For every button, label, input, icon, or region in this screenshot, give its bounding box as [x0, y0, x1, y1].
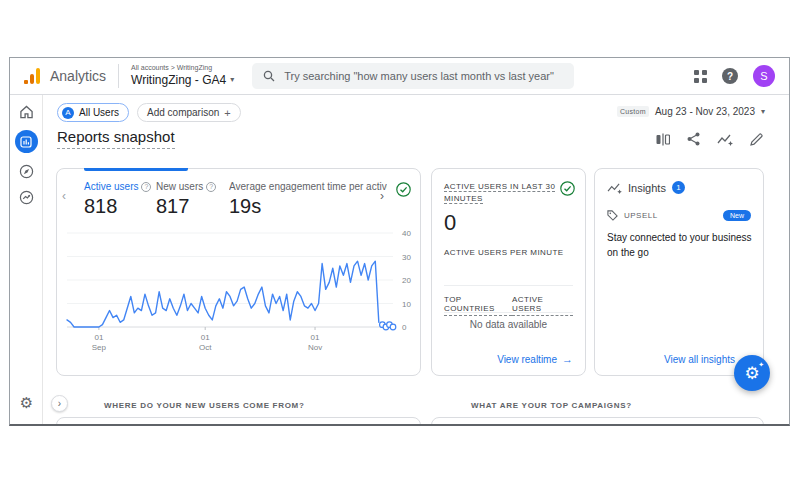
- comparison-icon[interactable]: [656, 133, 670, 146]
- metric-help-icon[interactable]: ?: [206, 182, 216, 192]
- product-name: Analytics: [50, 68, 106, 84]
- explore-icon[interactable]: [19, 164, 34, 179]
- add-comparison-chip[interactable]: Add comparison +: [137, 103, 241, 122]
- insights-icon: [607, 182, 622, 194]
- analytics-logo-icon[interactable]: [24, 68, 43, 84]
- gear-icon[interactable]: ⚙: [20, 395, 33, 410]
- metrics-prev-icon[interactable]: ‹: [62, 189, 66, 203]
- overview-card: ‹ › Active users? 818 New users? 817 Ave…: [56, 168, 421, 376]
- audience-icon: A: [62, 107, 74, 119]
- realtime-value: 0: [444, 210, 573, 236]
- svg-text:0: 0: [402, 323, 407, 332]
- reports-icon[interactable]: [15, 130, 38, 153]
- date-range-picker[interactable]: Custom Aug 23 - Nov 23, 2023 ▾: [617, 106, 765, 117]
- svg-text:01: 01: [201, 333, 210, 342]
- account-switcher[interactable]: All accounts > WritingZing WritingZing -…: [131, 64, 234, 88]
- property-name: WritingZing - GA4: [131, 73, 226, 88]
- expand-nav-icon[interactable]: ›: [51, 395, 68, 412]
- no-data-message: No data available: [432, 319, 585, 330]
- avatar[interactable]: S: [753, 65, 775, 87]
- content-area: A All Users Add comparison + Custom Aug …: [43, 95, 789, 424]
- realtime-title: ACTIVE USERS IN LAST 30 MINUTES: [444, 182, 555, 204]
- search-placeholder: Try searching "how many users last month…: [284, 70, 554, 82]
- metric-label: Active users: [84, 181, 138, 192]
- analytics-app-window: Analytics All accounts > WritingZing Wri…: [9, 57, 790, 426]
- metric-value: 818: [84, 195, 151, 218]
- section-title-new-users: WHERE DO YOUR NEW USERS COME FROM?: [104, 401, 305, 410]
- svg-text:Oct: Oct: [199, 343, 212, 352]
- section-title-campaigns: WHAT ARE YOUR TOP CAMPAIGNS?: [471, 401, 632, 410]
- per-minute-axis: [444, 285, 573, 286]
- metric-help-icon[interactable]: ?: [141, 182, 151, 192]
- account-breadcrumb: All accounts > WritingZing: [131, 64, 234, 73]
- page-title: Reports snapshot: [57, 128, 175, 149]
- help-icon[interactable]: ?: [722, 68, 738, 84]
- data-quality-check-icon[interactable]: [560, 181, 575, 196]
- svg-text:01: 01: [311, 333, 320, 342]
- new-users-card: [56, 417, 421, 426]
- add-comparison-label: Add comparison: [147, 107, 219, 118]
- new-badge: New: [723, 210, 751, 221]
- view-realtime-link[interactable]: View realtime →: [497, 353, 573, 365]
- metric-new-users[interactable]: New users? 817: [156, 181, 216, 218]
- edit-pencil-icon[interactable]: [750, 133, 763, 146]
- insights-fab-button[interactable]: ⚙ ✦: [734, 355, 770, 391]
- caret-down-icon: ▾: [230, 75, 234, 85]
- data-quality-check-icon[interactable]: [396, 182, 411, 197]
- metric-label: New users: [156, 181, 203, 192]
- search-icon: [263, 70, 275, 82]
- metric-avg-engagement[interactable]: Average engagement time per active us 19…: [229, 181, 387, 218]
- active-users-chart[interactable]: 01020304001Sep01Oct01Nov: [63, 223, 415, 363]
- arrow-right-icon: →: [562, 353, 573, 365]
- share-icon[interactable]: [687, 132, 700, 146]
- all-users-chip[interactable]: A All Users: [57, 103, 129, 122]
- all-users-label: All Users: [79, 107, 119, 118]
- link-label: View all insights: [664, 354, 735, 365]
- svg-text:Nov: Nov: [308, 343, 322, 352]
- apps-grid-icon[interactable]: [694, 70, 707, 83]
- insights-title: Insights: [628, 182, 666, 194]
- svg-text:01: 01: [94, 333, 103, 342]
- nav-rail: ⚙: [10, 95, 43, 424]
- advertising-icon[interactable]: [19, 190, 34, 205]
- date-range-type: Custom: [617, 106, 649, 117]
- insight-message[interactable]: Stay connected to your business on the g…: [607, 231, 753, 260]
- realtime-card: ACTIVE USERS IN LAST 30 MINUTES 0 ACTIVE…: [431, 168, 586, 376]
- table-divider: [444, 312, 573, 313]
- insights-icon[interactable]: [717, 133, 733, 146]
- date-range-value: Aug 23 - Nov 23, 2023: [655, 106, 755, 117]
- insight-category: UPSELL: [624, 211, 658, 220]
- campaigns-card: [431, 417, 764, 426]
- header-divider: [118, 64, 119, 88]
- link-label: View realtime: [497, 354, 557, 365]
- selected-metric-indicator: [84, 168, 188, 171]
- plus-icon: +: [224, 107, 230, 119]
- tag-icon: [607, 210, 618, 221]
- home-icon[interactable]: [19, 105, 34, 119]
- screenshot-canvas: Analytics All accounts > WritingZing Wri…: [0, 0, 800, 480]
- metric-value: 19s: [229, 195, 387, 218]
- metric-value: 817: [156, 195, 216, 218]
- svg-text:40: 40: [402, 229, 411, 238]
- per-minute-label: ACTIVE USERS PER MINUTE: [444, 248, 573, 257]
- insights-card: Insights 1 UPSELL New Stay connected to …: [594, 168, 764, 376]
- svg-text:10: 10: [402, 300, 411, 309]
- svg-text:Sep: Sep: [92, 343, 107, 352]
- svg-text:20: 20: [402, 276, 411, 285]
- spark-icon: ✦: [758, 361, 764, 369]
- metric-active-users[interactable]: Active users? 818: [84, 181, 151, 218]
- top-app-bar: Analytics All accounts > WritingZing Wri…: [10, 58, 789, 95]
- search-input[interactable]: Try searching "how many users last month…: [252, 63, 574, 89]
- metric-label: Average engagement time per active us: [229, 181, 387, 192]
- svg-text:30: 30: [402, 253, 411, 262]
- insights-count-badge: 1: [672, 181, 685, 194]
- caret-down-icon: ▾: [761, 107, 765, 116]
